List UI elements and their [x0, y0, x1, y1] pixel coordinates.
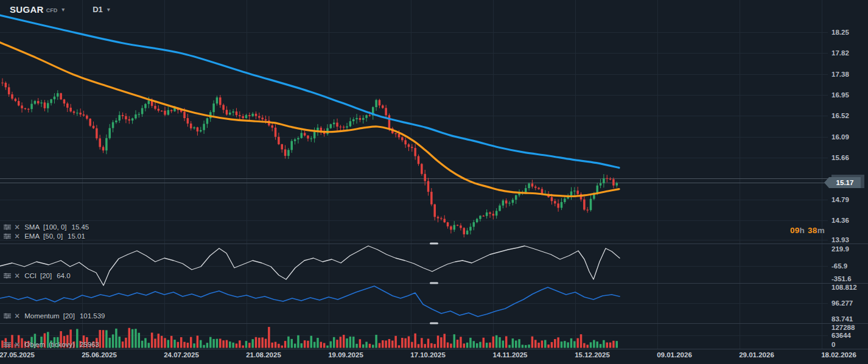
date-axis-label: 15.12.2025	[575, 351, 610, 359]
price-axis-label: 14.36	[831, 217, 849, 224]
indicator-remove-icon[interactable]: ×	[15, 223, 19, 231]
symbol-header: SUGAR CFD ▾ D1 ▾	[10, 4, 110, 15]
indicator-remove-icon[interactable]: ×	[15, 271, 19, 280]
date-axis-label: 25.06.2025	[82, 351, 117, 359]
date-axis-label: 27.05.2025	[0, 351, 35, 359]
indicator-settings-icon[interactable]	[4, 313, 11, 319]
indicator-remove-icon[interactable]: ×	[15, 232, 19, 240]
date-axis-label: 29.01.2026	[739, 351, 774, 359]
market-type-badge: CFD	[46, 7, 58, 13]
price-axis-label: 17.82	[831, 49, 849, 57]
symbol-caret-down-icon[interactable]: ▾	[61, 6, 65, 13]
indicator-settings-icon[interactable]	[4, 233, 11, 239]
timeframe-caret-down-icon[interactable]: ▾	[107, 6, 110, 13]
legend-cci-name: CCI	[24, 272, 37, 279]
legend-volume-params: (tickovy)	[49, 341, 75, 348]
indicator-settings-icon[interactable]	[4, 224, 11, 230]
legend-volume[interactable]: × Objem (tickovy) 25963	[4, 340, 99, 349]
cci-axis-label: 219.9	[831, 245, 849, 253]
legend-volume-name: Objem	[24, 341, 45, 348]
legend-ema-params: [50, 0]	[43, 233, 63, 240]
timeframe-selector[interactable]: D1	[93, 5, 103, 14]
price-axis-label: 17.38	[831, 71, 849, 78]
countdown-hours: 09	[790, 226, 800, 235]
price-axis-label: 16.95	[831, 91, 849, 99]
legend-momentum[interactable]: × Momentum [20] 101.539	[4, 312, 105, 320]
indicator-settings-icon[interactable]	[4, 341, 11, 348]
indicator-remove-icon[interactable]: ×	[15, 312, 19, 320]
momentum-axis-label: 108.812	[831, 284, 857, 291]
panel-resize-handle[interactable]	[430, 243, 438, 245]
momentum-axis-label: 96.277	[831, 299, 853, 307]
legend-cci[interactable]: × CCI [20] 64.0	[4, 271, 71, 280]
last-price-tag: 15.17	[829, 177, 861, 188]
legend-cci-value: 64.0	[57, 272, 70, 279]
legend-momentum-params: [20]	[63, 312, 75, 320]
legend-ema-value: 15.01	[68, 233, 85, 240]
volume-axis-label: 63644	[831, 332, 851, 339]
momentum-axis-label: 83.741	[831, 315, 853, 323]
legend-cci-params: [20]	[40, 272, 52, 279]
date-axis-label: 09.01.2026	[657, 351, 692, 359]
price-axis-label: 18.25	[831, 29, 849, 36]
date-axis-label: 17.10.2025	[410, 351, 446, 359]
countdown-minutes-unit: m	[817, 226, 825, 235]
cci-axis-label: -65.9	[831, 262, 847, 270]
indicator-settings-icon[interactable]	[4, 273, 11, 279]
countdown-minutes: 38	[808, 226, 817, 235]
trading-chart-app: SUGAR CFD ▾ D1 ▾ × SMA [100, 0] 15.45 × …	[0, 0, 868, 364]
date-axis-label: 21.08.2025	[246, 351, 281, 359]
legend-sma[interactable]: × SMA [100, 0] 15.45	[4, 223, 89, 231]
legend-sma-value: 15.45	[71, 223, 89, 231]
date-axis-label: 14.11.2025	[493, 351, 528, 359]
legend-ema-name: EMA	[24, 233, 40, 240]
chart-canvas[interactable]	[0, 0, 868, 364]
cci-axis-label: -351.6	[831, 275, 852, 282]
price-axis-label: 15.66	[831, 154, 849, 161]
candle-countdown-timer: 09h38m	[790, 226, 825, 235]
countdown-hours-unit: h	[800, 226, 805, 235]
legend-sma-params: [100, 0]	[43, 223, 66, 231]
volume-axis-label: 127288	[831, 324, 855, 331]
legend-sma-name: SMA	[24, 223, 40, 231]
panel-resize-handle[interactable]	[430, 282, 438, 284]
volume-axis-label: 0	[831, 341, 835, 348]
price-axis-label: 16.52	[831, 112, 849, 119]
legend-ema[interactable]: × EMA [50, 0] 15.01	[4, 232, 85, 240]
indicator-remove-icon[interactable]: ×	[15, 340, 19, 349]
date-axis-label: 18.02.2026	[821, 351, 856, 359]
symbol-name[interactable]: SUGAR	[10, 4, 44, 15]
panel-resize-handle[interactable]	[430, 323, 438, 324]
price-axis-label: 13.93	[831, 236, 849, 243]
legend-momentum-value: 101.539	[80, 312, 105, 320]
price-axis-label: 16.09	[831, 133, 849, 141]
date-axis-label: 19.09.2025	[328, 351, 363, 359]
legend-volume-value: 25963	[80, 341, 99, 348]
date-axis-label: 24.07.2025	[164, 351, 199, 359]
price-axis-label: 14.79	[831, 196, 849, 203]
legend-momentum-name: Momentum	[24, 312, 60, 320]
